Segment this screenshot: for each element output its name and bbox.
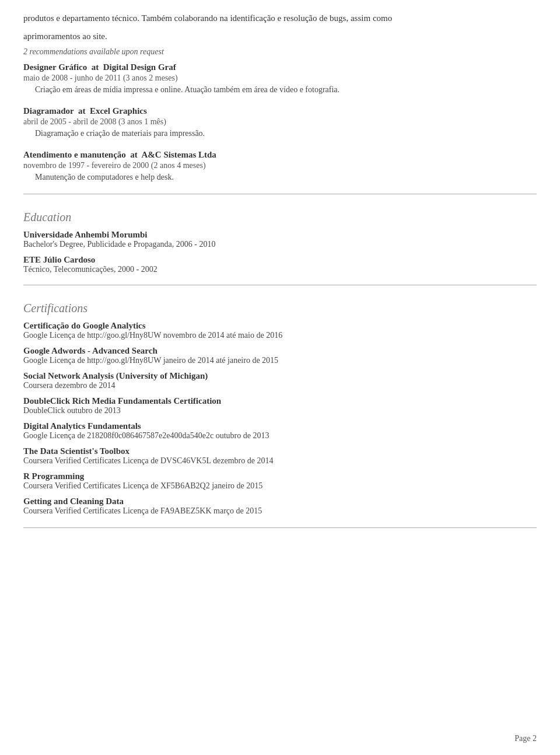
- job-at-2: at: [78, 106, 86, 116]
- cert-block-3: DoubleClick Rich Media Fundamentals Cert…: [23, 396, 537, 415]
- cert-detail-0: Google Licença de http://goo.gl/Hny8UW n…: [23, 331, 537, 340]
- job-role-1: Designer Gráfico: [23, 62, 87, 72]
- cert-title-2: Social Network Analysis (University of M…: [23, 371, 537, 381]
- cert-detail-2: Coursera dezembro de 2014: [23, 381, 537, 390]
- job-at-1: at: [92, 62, 99, 72]
- job-at-3: at: [130, 150, 138, 159]
- cert-block-2: Social Network Analysis (University of M…: [23, 371, 537, 390]
- cert-detail-5: Coursera Verified Certificates Licença d…: [23, 456, 537, 466]
- edu-detail-0: Bachelor's Degree, Publicidade e Propaga…: [23, 240, 537, 249]
- education-section: Education Universidade Anhembi Morumbi B…: [23, 211, 537, 274]
- certifications-divider: [23, 285, 537, 285]
- cert-block-5: The Data Scientist's Toolbox Coursera Ve…: [23, 446, 537, 466]
- job-company-2: Excel Graphics: [90, 106, 147, 116]
- cert-title-3: DoubleClick Rich Media Fundamentals Cert…: [23, 396, 537, 406]
- job-dates-1: maio de 2008 - junho de 2011 (3 anos 2 m…: [23, 74, 537, 83]
- education-title: Education: [23, 211, 537, 224]
- cert-detail-3: DoubleClick outubro de 2013: [23, 406, 537, 415]
- cert-title-0: Certificação do Google Analytics: [23, 321, 537, 331]
- cert-title-5: The Data Scientist's Toolbox: [23, 446, 537, 456]
- cert-title-6: R Programming: [23, 471, 537, 481]
- certifications-section: Certifications Certificação do Google An…: [23, 302, 537, 516]
- cert-detail-7: Coursera Verified Certificates Licença d…: [23, 506, 537, 516]
- edu-block-1: ETE Júlio Cardoso Técnico, Telecomunicaç…: [23, 255, 537, 274]
- cert-detail-4: Google Licença de 218208f0c086467587e2e4…: [23, 431, 537, 441]
- cert-block-6: R Programming Coursera Verified Certific…: [23, 471, 537, 491]
- edu-org-1: ETE Júlio Cardoso: [23, 255, 537, 265]
- certifications-title: Certifications: [23, 302, 537, 315]
- job-title-3: Atendimento e manutenção at A&C Sistemas…: [23, 150, 537, 160]
- job-company-1: Digital Design Graf: [103, 62, 176, 72]
- job-dates-3: novembro de 1997 - fevereiro de 2000 (2 …: [23, 161, 537, 170]
- job-title-2: Diagramador at Excel Graphics: [23, 106, 537, 116]
- job-block-1: Designer Gráfico at Digital Design Graf …: [23, 62, 537, 95]
- cert-title-4: Digital Analytics Fundamentals: [23, 421, 537, 431]
- bottom-divider: [23, 527, 537, 528]
- job-desc-3: Manutenção de computadores e help desk.: [23, 173, 537, 182]
- recommendations-text: 2 recommendations available upon request: [23, 47, 537, 57]
- job-desc-2: Diagramação e criação de materiais para …: [23, 129, 537, 138]
- intro-line2: aprimoramentos ao site.: [23, 30, 537, 43]
- job-desc-1: Criação em áreas de mídia impressa e onl…: [23, 85, 537, 95]
- job-block-2: Diagramador at Excel Graphics abril de 2…: [23, 106, 537, 138]
- edu-org-0: Universidade Anhembi Morumbi: [23, 230, 537, 240]
- cert-title-1: Google Adwords - Advanced Search: [23, 346, 537, 356]
- cert-detail-1: Google Licença de http://goo.gl/Hny8UW j…: [23, 356, 537, 365]
- job-title-1: Designer Gráfico at Digital Design Graf: [23, 62, 537, 72]
- job-role-2: Diagramador: [23, 106, 74, 116]
- cert-detail-6: Coursera Verified Certificates Licença d…: [23, 481, 537, 491]
- cert-block-7: Getting and Cleaning Data Coursera Verif…: [23, 497, 537, 516]
- edu-block-0: Universidade Anhembi Morumbi Bachelor's …: [23, 230, 537, 249]
- page-content: produtos e departamento técnico. Também …: [0, 0, 560, 569]
- cert-block-0: Certificação do Google Analytics Google …: [23, 321, 537, 340]
- job-company-3: A&C Sistemas Ltda: [142, 150, 216, 159]
- job-dates-2: abril de 2005 - abril de 2008 (3 anos 1 …: [23, 117, 537, 127]
- page-number: Page 2: [514, 734, 537, 743]
- education-divider: [23, 194, 537, 194]
- cert-block-1: Google Adwords - Advanced Search Google …: [23, 346, 537, 365]
- edu-detail-1: Técnico, Telecomunicações, 2000 - 2002: [23, 265, 537, 274]
- cert-block-4: Digital Analytics Fundamentals Google Li…: [23, 421, 537, 441]
- intro-line1: produtos e departamento técnico. Também …: [23, 12, 537, 25]
- job-block-3: Atendimento e manutenção at A&C Sistemas…: [23, 150, 537, 182]
- job-role-3: Atendimento e manutenção: [23, 150, 126, 159]
- cert-title-7: Getting and Cleaning Data: [23, 497, 537, 506]
